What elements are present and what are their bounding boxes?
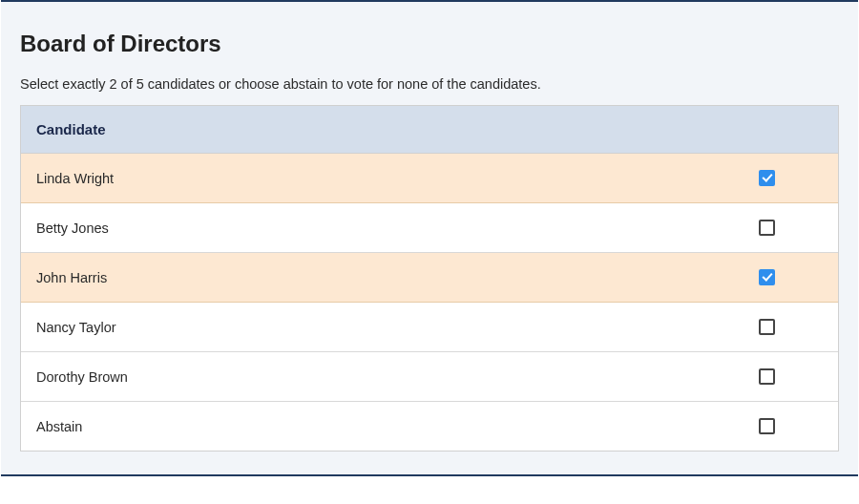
candidate-checkbox[interactable] xyxy=(759,319,775,335)
candidate-row[interactable]: Dorothy Brown xyxy=(21,352,838,402)
candidate-checkbox[interactable] xyxy=(759,418,775,434)
candidate-row[interactable]: Abstain xyxy=(21,402,838,451)
candidate-name: Betty Jones xyxy=(36,220,759,236)
candidate-row[interactable]: Linda Wright xyxy=(21,154,838,203)
candidate-checkbox[interactable] xyxy=(759,269,775,285)
candidate-checkbox[interactable] xyxy=(759,170,775,186)
candidate-name: Linda Wright xyxy=(36,171,759,186)
column-header-candidate: Candidate xyxy=(21,106,838,154)
ballot-instructions: Select exactly 2 of 5 candidates or choo… xyxy=(20,76,839,92)
candidate-checkbox[interactable] xyxy=(759,368,775,385)
candidate-row[interactable]: Nancy Taylor xyxy=(21,303,838,352)
candidate-checkbox[interactable] xyxy=(759,220,775,236)
candidate-name: John Harris xyxy=(36,270,759,285)
candidate-name: Dorothy Brown xyxy=(36,369,759,385)
candidate-row[interactable]: John Harris xyxy=(21,253,838,303)
ballot-title: Board of Directors xyxy=(20,31,839,57)
candidate-row[interactable]: Betty Jones xyxy=(21,203,838,253)
candidate-name: Abstain xyxy=(36,419,759,434)
candidate-rows: Linda WrightBetty JonesJohn HarrisNancy … xyxy=(21,154,838,451)
candidate-name: Nancy Taylor xyxy=(36,320,759,335)
candidate-table: Candidate Linda WrightBetty JonesJohn Ha… xyxy=(20,105,839,452)
ballot-card: Board of Directors Select exactly 2 of 5… xyxy=(1,0,858,476)
